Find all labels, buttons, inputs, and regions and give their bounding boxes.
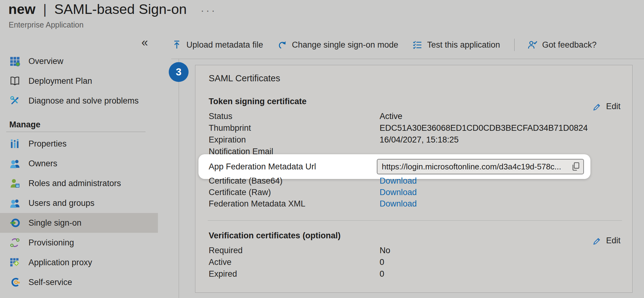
undo-arrow-icon — [277, 40, 287, 50]
app-federation-metadata-url-input[interactable]: https://login.microsoftonline.com/d3a4c1… — [377, 159, 584, 174]
self-service-key-icon — [9, 277, 20, 288]
page-title-secondary: SAML-based Sign-on — [54, 1, 187, 17]
test-application-button[interactable]: Test this application — [412, 40, 500, 50]
got-feedback-button[interactable]: Got feedback? — [528, 40, 597, 50]
sidebar-item-label: Diagnose and solve problems — [28, 96, 139, 106]
sidebar-nav: Overview Deployment Plan Diagnose and so… — [0, 51, 158, 292]
sidebar-item-label: Properties — [28, 139, 67, 149]
table-row: Expiration 16/04/2027, 15:18:25 — [209, 134, 620, 146]
pencil-icon — [593, 236, 602, 245]
users-groups-people-icon — [9, 198, 20, 209]
row-label: App Federation Metadata Url — [209, 162, 377, 172]
upload-icon — [172, 40, 182, 50]
table-row: Status Active — [209, 110, 620, 122]
roles-person-cube-icon — [9, 178, 20, 189]
app-federation-metadata-url-value: https://login.microsoftonline.com/d3a4c1… — [382, 162, 561, 172]
edit-token-signing-button[interactable]: Edit — [593, 102, 620, 111]
row-label: Certificate (Raw) — [209, 188, 380, 197]
expiration-value: 16/04/2027, 15:18:25 — [380, 135, 459, 145]
sidebar-item-label: Application proxy — [28, 258, 92, 267]
sidebar-item-provisioning[interactable]: Provisioning — [0, 233, 158, 253]
certificate-download-rows: Certificate (Base64) Download Certificat… — [209, 175, 620, 210]
sidebar-item-label: Users and groups — [28, 198, 94, 208]
table-row: Required No — [209, 245, 620, 256]
diagnose-tools-icon — [9, 95, 20, 106]
sidebar-item-label: Roles and administrators — [28, 179, 121, 188]
sidebar-item-diagnose[interactable]: Diagnose and solve problems — [0, 91, 158, 111]
sidebar-item-deployment-plan[interactable]: Deployment Plan — [0, 71, 158, 91]
sidebar-item-label: Self-service — [28, 278, 72, 287]
main-content: Upload metadata file Change single sign-… — [158, 31, 644, 298]
page-title: new | SAML-based Sign-on — [8, 1, 187, 17]
sidebar-item-label: Provisioning — [28, 238, 74, 248]
title-separator: | — [43, 1, 47, 17]
token-signing-certificate-title: Token signing certificate — [209, 97, 307, 106]
sidebar: « Overview Deployment Plan Diagnose and … — [0, 31, 158, 298]
toolbar-item-label: Change single sign-on mode — [292, 40, 398, 50]
edit-verification-button[interactable]: Edit — [593, 236, 620, 245]
table-row: Federation Metadata XML Download — [209, 198, 620, 210]
feedback-person-icon — [528, 40, 537, 50]
provisioning-sync-icon — [9, 237, 20, 248]
status-value: Active — [380, 112, 402, 121]
properties-bars-icon — [9, 138, 20, 149]
download-federation-metadata-xml-link[interactable]: Download — [380, 199, 417, 209]
thumbprint-value: EDC51A30E36068ED1CD0CDB3BECFAD34B71D0824 — [380, 123, 588, 133]
app-name: new — [8, 1, 36, 17]
row-label: Status — [209, 112, 380, 121]
row-label: Federation Metadata XML — [209, 199, 380, 209]
command-bar: Upload metadata file Change single sign-… — [172, 31, 611, 59]
overview-grid-icon — [9, 56, 20, 67]
change-sso-mode-button[interactable]: Change single sign-on mode — [277, 40, 398, 50]
sidebar-item-overview[interactable]: Overview — [0, 51, 158, 71]
sidebar-item-properties[interactable]: Properties — [0, 134, 158, 154]
page-subtitle: Enterprise Application — [9, 20, 84, 29]
step-rail-line — [179, 59, 179, 298]
sidebar-section-manage: Manage — [0, 117, 158, 132]
row-label: Expiration — [209, 135, 380, 145]
edit-label: Edit — [606, 236, 620, 245]
sidebar-item-users-groups[interactable]: Users and groups — [0, 193, 158, 213]
sidebar-item-roles-administrators[interactable]: Roles and administrators — [0, 173, 158, 193]
checklist-icon — [412, 40, 422, 50]
token-signing-rows: Status Active Thumbprint EDC51A30E36068E… — [209, 110, 620, 157]
sidebar-item-label: Deployment Plan — [28, 76, 92, 86]
single-sign-on-icon — [9, 217, 20, 228]
toolbar-item-label: Test this application — [427, 40, 500, 50]
download-certificate-base64-link[interactable]: Download — [380, 176, 417, 186]
required-value: No — [380, 246, 390, 255]
upload-metadata-file-button[interactable]: Upload metadata file — [172, 40, 263, 50]
sidebar-item-label: Overview — [28, 57, 63, 66]
section-divider — [208, 220, 622, 221]
deployment-plan-book-icon — [9, 75, 20, 87]
download-certificate-raw-link[interactable]: Download — [380, 188, 417, 197]
table-row: Thumbprint EDC51A30E36068ED1CD0CDB3BECFA… — [209, 122, 620, 134]
row-label: Expired — [209, 269, 380, 279]
verification-certificates-title: Verification certificates (optional) — [209, 231, 341, 241]
sidebar-item-label: Single sign-on — [28, 218, 81, 228]
collapse-double-chevron-icon[interactable]: « — [141, 36, 148, 48]
sidebar-divider — [6, 132, 146, 132]
sidebar-item-application-proxy[interactable]: Application proxy — [0, 253, 158, 272]
toolbar-separator-line — [171, 59, 644, 59]
sidebar-item-single-sign-on[interactable]: Single sign-on — [0, 213, 158, 233]
toolbar-item-label: Got feedback? — [542, 40, 597, 50]
sidebar-item-owners[interactable]: Owners — [0, 154, 158, 173]
row-label: Certificate (Base64) — [209, 176, 380, 186]
row-label: Thumbprint — [209, 123, 380, 133]
toolbar-item-label: Upload metadata file — [186, 40, 263, 50]
ellipsis-icon[interactable]: ··· — [201, 4, 217, 16]
step-number-badge: 3 — [169, 62, 189, 82]
sidebar-item-self-service[interactable]: Self-service — [0, 272, 158, 292]
active-count-value: 0 — [380, 258, 384, 267]
row-label: Required — [209, 246, 380, 255]
table-row: Active 0 — [209, 256, 620, 268]
table-row: Certificate (Raw) Download — [209, 187, 620, 198]
edit-label: Edit — [606, 102, 620, 111]
page-header: new | SAML-based Sign-on ··· Enterprise … — [0, 0, 644, 31]
copy-icon[interactable] — [570, 161, 581, 172]
sidebar-item-label: Owners — [28, 159, 57, 168]
table-row: Certificate (Base64) Download — [209, 175, 620, 187]
owners-people-icon — [9, 158, 20, 169]
toolbar-divider — [514, 39, 515, 51]
